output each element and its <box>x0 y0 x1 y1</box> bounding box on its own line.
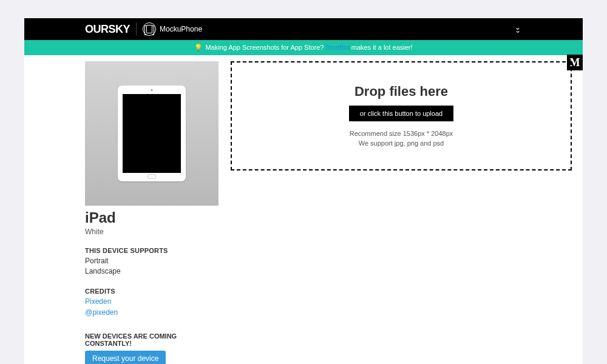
upload-button[interactable]: or click this button to upload <box>349 106 453 121</box>
brand-group: OURSKY MockuPhone <box>85 22 202 36</box>
banner-link[interactable]: ShotBot <box>326 44 350 51</box>
dropzone-title: Drop files here <box>354 84 448 99</box>
ipad-screen <box>123 94 181 173</box>
credits-heading: CREDITS <box>85 288 219 295</box>
brand-oursky[interactable]: OURSKY <box>85 23 130 36</box>
dropzone-meta: Recommend size 1536px * 2048px We suppor… <box>350 129 453 149</box>
supported-formats: We support jpg, png and psd <box>350 138 453 149</box>
new-devices-heading: NEW DEVICES ARE COMING CONSTANTLY! <box>85 332 219 347</box>
device-panel: iPad White THIS DEVICE SUPPORTS Portrait… <box>85 61 219 364</box>
credit-link[interactable]: @pixeden <box>85 308 219 318</box>
brand-mockuphone[interactable]: MockuPhone <box>143 22 202 36</box>
ipad-mockup <box>118 86 186 181</box>
supports-heading: THIS DEVICE SUPPORTS <box>85 247 219 254</box>
banner-suffix: makes it a lot easier! <box>350 44 413 51</box>
expand-chevrons-icon[interactable]: ⌄⌄ <box>515 26 521 32</box>
credit-link[interactable]: Pixeden <box>85 297 219 307</box>
header-bar: OURSKY MockuPhone ⌄⌄ <box>24 18 583 40</box>
device-title: iPad <box>85 209 219 226</box>
banner-prefix: Making App Screenshots for App Store? <box>205 44 325 51</box>
brand-sub-label: MockuPhone <box>160 25 202 33</box>
recommend-size: Recommend size 1536px * 2048px <box>350 129 453 139</box>
device-color: White <box>85 228 219 236</box>
bulb-icon: 💡 <box>194 44 203 51</box>
phone-icon <box>143 22 156 36</box>
support-item: Portrait <box>85 256 219 266</box>
promo-banner: 💡Making App Screenshots for App Store? S… <box>24 40 583 55</box>
upload-panel: Drop files here or click this button to … <box>231 61 572 364</box>
request-device-button[interactable]: Request your device <box>85 351 166 364</box>
device-preview <box>85 61 219 206</box>
brand-divider <box>136 22 137 36</box>
dropzone[interactable]: Drop files here or click this button to … <box>231 61 572 170</box>
support-item: Landscape <box>85 266 219 277</box>
supports-list: Portrait Landscape <box>85 256 219 277</box>
